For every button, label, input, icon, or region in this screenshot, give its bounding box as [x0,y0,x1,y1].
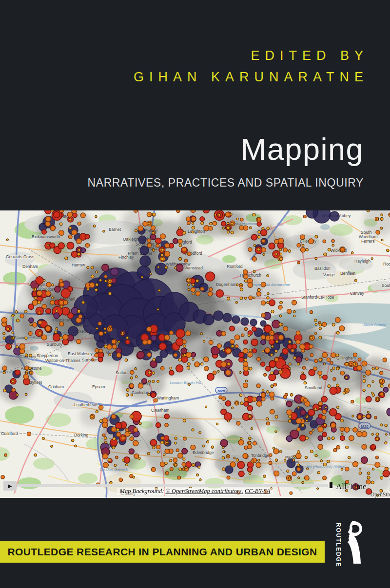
svg-text:Stanford-Le-Hope: Stanford-Le-Hope [301,295,334,300]
book-cover: EDITED BY GIHAN KARUNARATNE Mapping NARR… [0,0,390,588]
map-svg: GarstonWaltham AbbeyBarnetLoughtonEnfiel… [0,210,390,498]
editor-name: GIHAN KARUNARATNE [134,66,369,88]
seek-track[interactable] [17,484,328,487]
attribution-text: CC-BY-SA [245,488,271,494]
svg-text:Walton-on-Thames: Walton-on-Thames [45,358,80,363]
routledge-wordmark: ROUTLEDGE [335,523,342,564]
svg-text:Barnet: Barnet [109,227,121,232]
book-subtitle: NARRATIVES, PRACTICES AND SPATIAL INQUIR… [88,176,364,190]
position-marker[interactable] [330,482,332,488]
svg-text:Epsom: Epsom [92,384,105,389]
map-visualization: GarstonWaltham AbbeyBarnetLoughtonEnfiel… [0,210,390,498]
svg-text:Vange: Vange [323,272,335,277]
svg-text:Gerrards Cross: Gerrards Cross [6,254,34,259]
svg-text:Southend: Southend [382,283,390,288]
svg-text:Shepperton: Shepperton [37,353,58,358]
map-attribution: Map Background: © OpenStreetMap contribu… [117,488,273,495]
svg-text:Stoke Airfield: Stoke Airfield [363,322,386,327]
svg-text:Warlingham: Warlingham [157,396,179,400]
svg-text:Cobham: Cobham [48,384,64,389]
svg-text:East Molesey: East Molesey [68,351,93,356]
svg-text:Surbiton: Surbiton [82,358,98,362]
series-title: ROUTLEDGE RESEARCH IN PLANNING AND URBAN… [7,546,317,558]
series-banner: ROUTLEDGE RESEARCH IN PLANNING AND URBAN… [0,541,325,563]
svg-text:Ferrers: Ferrers [361,239,374,244]
svg-text:Canvey: Canvey [350,291,365,296]
svg-text:London Biggin Hill: London Biggin Hill [170,380,201,385]
svg-text:Rayleigh: Rayleigh [354,259,370,264]
svg-text:Harrow: Harrow [72,263,85,267]
edited-by-block: EDITED BY GIHAN KARUNARATNE [134,45,369,88]
svg-text:Basildon: Basildon [314,266,331,271]
attribution-text: © OpenStreetMap contributors [165,488,241,494]
routledge-r-icon [344,521,363,564]
svg-text:Dorking: Dorking [74,433,89,437]
svg-text:Benfleet: Benfleet [340,271,356,276]
svg-text:Rochford: Rochford [383,262,390,266]
osm-watermark: OpenStreetMap [370,492,390,497]
play-button[interactable]: ▶ [3,481,17,491]
book-title: Mapping [241,132,364,167]
svg-text:Denham: Denham [22,264,38,269]
alltime-label: All-Time [336,482,367,492]
edited-by-label: EDITED BY [134,45,369,66]
svg-text:Guildford: Guildford [1,431,18,436]
play-icon: ▶ [8,483,12,489]
attribution-text: Map Background: [119,488,165,494]
